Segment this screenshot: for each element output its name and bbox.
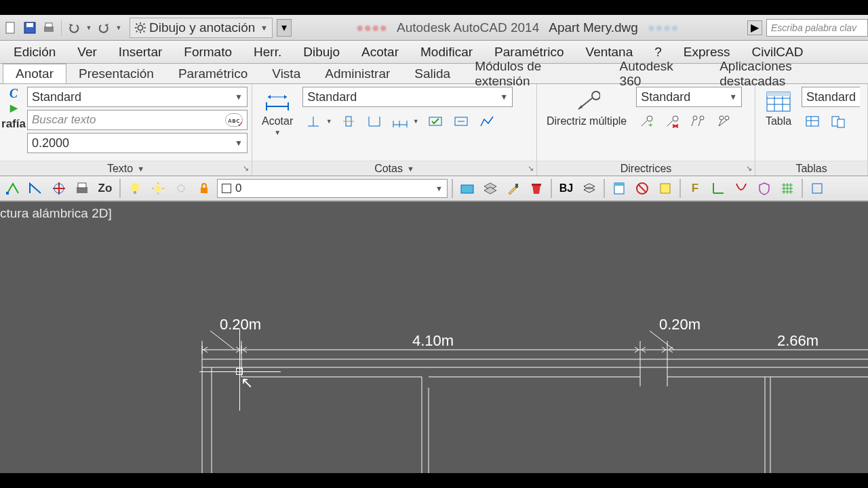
tab-salida[interactable]: Salida <box>402 64 462 83</box>
tb-print-icon[interactable] <box>72 178 92 199</box>
spellcheck-icon[interactable]: ᴀʙᴄ <box>225 113 243 127</box>
table-link-icon[interactable] <box>802 111 823 131</box>
text-height-dropdown[interactable]: 0.2000▼ <box>27 133 248 153</box>
svg-line-38 <box>667 121 673 126</box>
mleader-collect-icon[interactable] <box>713 111 735 131</box>
workspace-dropdown[interactable]: Dibujo y anotación ▼ <box>130 18 273 38</box>
help-search-input[interactable]: Escriba palabra clav <box>766 19 868 37</box>
qat-save-icon[interactable] <box>22 20 38 36</box>
menu-modificar[interactable]: Modificar <box>410 41 484 63</box>
find-text-input[interactable]: Buscar texto ᴀʙᴄ <box>27 110 248 130</box>
tb-arc-icon[interactable] <box>731 178 751 199</box>
tb-box-icon[interactable] <box>655 178 675 199</box>
text-style-value: Standard <box>32 90 81 104</box>
tab-aplicaciones[interactable]: Aplicaciones destacadas <box>707 64 868 83</box>
title-nav-arrow-icon[interactable]: ▶ <box>747 20 762 35</box>
tab-vista[interactable]: Vista <box>260 64 313 83</box>
ribbon-tabs: Anotar Presentación Paramétrico Vista Ad… <box>0 64 868 84</box>
text-style-dropdown[interactable]: Standard▼ <box>27 87 248 107</box>
svg-point-68 <box>155 186 161 191</box>
tb-stack-icon[interactable] <box>579 178 599 199</box>
chevron-down-icon[interactable]: ▼ <box>85 20 93 36</box>
table-button[interactable]: Tabla <box>760 87 797 130</box>
menu-formato[interactable]: Formato <box>173 41 243 63</box>
menu-dibujo[interactable]: Dibujo <box>292 41 351 63</box>
menu-ver[interactable]: Ver <box>66 41 108 63</box>
mleader-align-icon[interactable] <box>688 111 709 131</box>
tb-axis-icon[interactable] <box>708 178 728 199</box>
dim-tool3-icon[interactable] <box>363 111 385 131</box>
svg-rect-55 <box>806 117 818 126</box>
dim-text-2: 4.10m <box>412 332 454 349</box>
tb-no-icon[interactable] <box>632 178 652 199</box>
tab-parametrico[interactable]: Paramétrico <box>166 64 260 83</box>
tb-layers-icon[interactable] <box>480 178 500 199</box>
mleader-style-dropdown[interactable]: Standard▼ <box>636 87 742 107</box>
ortografia-label: rafía <box>1 117 26 131</box>
qat-undo-icon[interactable] <box>66 20 82 36</box>
tb-icon-2[interactable] <box>26 178 46 199</box>
table-icon <box>765 89 792 114</box>
play-icon: ▶ <box>10 102 18 113</box>
find-text-placeholder: Buscar texto <box>32 113 96 127</box>
multileader-button[interactable]: Directriz múltiple <box>541 87 632 130</box>
tab-presentacion[interactable]: Presentación <box>66 64 166 83</box>
acotar-button[interactable]: Acotar ▼ <box>256 87 298 139</box>
panel-title-directrices[interactable]: Directrices↘ <box>537 161 755 176</box>
tb-trash-icon[interactable] <box>526 178 547 199</box>
dim-continue-icon[interactable] <box>389 111 411 131</box>
tb-shield-icon[interactable] <box>754 178 774 199</box>
qat-new-icon[interactable] <box>3 20 19 36</box>
tb-hatch-icon[interactable] <box>457 178 477 199</box>
chevron-down-icon[interactable]: ▼ <box>411 111 420 131</box>
tb-freeze-icon[interactable] <box>171 178 191 199</box>
gear-icon <box>134 22 146 34</box>
chevron-down-icon[interactable]: ▼ <box>115 20 123 36</box>
svg-rect-77 <box>532 184 541 186</box>
qat-redo-icon[interactable] <box>96 20 112 36</box>
menu-insertar[interactable]: Insertar <box>108 41 173 63</box>
table-extract-icon[interactable] <box>827 111 849 131</box>
tb-zo-icon[interactable]: Zo <box>95 178 115 199</box>
tab-modulos[interactable]: Módulos de extensión <box>462 64 607 83</box>
layer-dropdown[interactable]: 0 ▼ <box>217 179 448 198</box>
tab-administrar[interactable]: Administrar <box>313 64 402 83</box>
chevron-down-icon[interactable]: ▼ <box>324 111 334 131</box>
tb-sheet-icon[interactable] <box>609 178 629 199</box>
workspace-expand-icon[interactable]: ▾ <box>277 19 292 37</box>
panel-title-cotas[interactable]: Cotas▼↘ <box>252 161 536 176</box>
dim-update-icon[interactable] <box>450 111 472 131</box>
tb-grid-icon[interactable] <box>777 178 797 199</box>
tb-f-icon[interactable]: F <box>685 178 705 199</box>
table-style-dropdown[interactable]: Standard <box>802 87 860 107</box>
tb-icon-3[interactable] <box>49 178 69 199</box>
mleader-remove-icon[interactable] <box>662 111 684 131</box>
svg-line-10 <box>136 23 138 24</box>
tb-brush-icon[interactable] <box>503 178 524 199</box>
menu-acotar[interactable]: Acotar <box>351 41 410 63</box>
tb-bj-icon[interactable]: BJ <box>556 178 576 199</box>
qat-print-icon[interactable] <box>41 20 57 36</box>
tb-lock-icon[interactable] <box>194 178 214 199</box>
panel-title-texto[interactable]: Texto▼↘ <box>0 161 252 176</box>
tab-anotar[interactable]: Anotar <box>3 64 66 83</box>
tb-icon-1[interactable] <box>3 178 23 199</box>
tb-bulb-icon[interactable] <box>125 178 145 199</box>
menu-herr[interactable]: Herr. <box>243 41 292 63</box>
dim-style-dropdown[interactable]: Standard▼ <box>302 87 513 107</box>
panel-title-tablas[interactable]: Tablas <box>755 161 867 176</box>
tab-a360[interactable]: Autodesk 360 <box>608 64 708 83</box>
menu-edicion[interactable]: Edición <box>3 41 66 63</box>
dim-check-icon[interactable] <box>425 111 446 131</box>
svg-rect-75 <box>461 185 473 193</box>
mleader-add-icon[interactable]: + <box>636 111 658 131</box>
dim-tool2-icon[interactable] <box>338 111 359 131</box>
drawing-canvas[interactable]: ctura alámbrica 2D] <box>0 202 868 473</box>
tb-last-icon[interactable] <box>807 178 827 199</box>
dim-tool1-icon[interactable] <box>302 111 324 131</box>
svg-rect-67 <box>134 191 136 194</box>
svg-rect-60 <box>6 192 9 195</box>
tb-sun-icon[interactable] <box>148 178 168 199</box>
dim-jog-icon[interactable] <box>476 111 498 131</box>
multileader-label: Directriz múltiple <box>547 115 627 127</box>
